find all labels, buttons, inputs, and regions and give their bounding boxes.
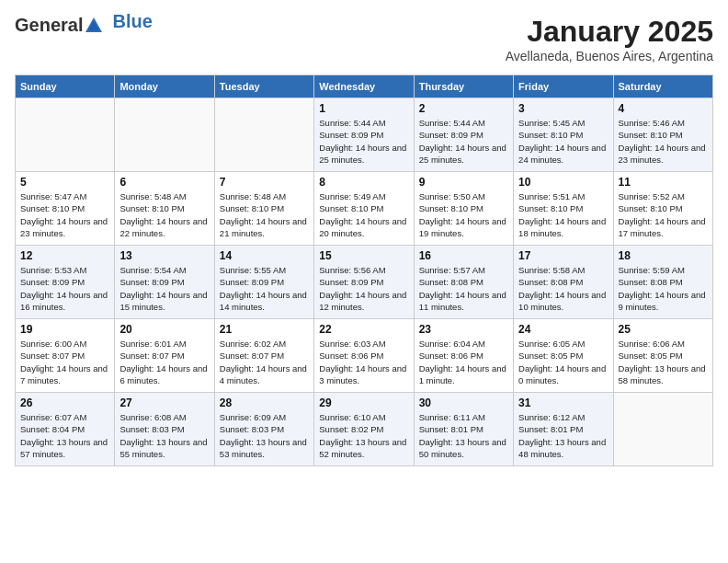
weekday-header-saturday: Saturday (613, 75, 712, 98)
month-title: January 2025 (506, 15, 713, 49)
day-number: 20 (119, 323, 209, 336)
day-info: Sunrise: 5:44 AMSunset: 8:09 PMDaylight:… (419, 117, 508, 166)
day-info: Sunrise: 6:09 AMSunset: 8:03 PMDaylight:… (220, 411, 309, 460)
calendar-cell: 11Sunrise: 5:52 AMSunset: 8:10 PMDayligh… (613, 172, 712, 246)
day-info: Sunrise: 5:53 AMSunset: 8:09 PMDaylight:… (20, 264, 109, 313)
title-area: January 2025 Avellaneda, Buenos Aires, A… (506, 15, 713, 63)
calendar-cell: 6Sunrise: 5:48 AMSunset: 8:10 PMDaylight… (115, 172, 214, 246)
day-info: Sunrise: 5:58 AMSunset: 8:08 PMDaylight:… (518, 264, 608, 313)
day-number: 31 (518, 396, 608, 409)
calendar-cell: 17Sunrise: 5:58 AMSunset: 8:08 PMDayligh… (514, 246, 613, 319)
day-info: Sunrise: 6:06 AMSunset: 8:05 PMDaylight:… (619, 338, 708, 386)
calendar-cell: 18Sunrise: 5:59 AMSunset: 8:08 PMDayligh… (613, 246, 712, 319)
week-row-1: 1Sunrise: 5:44 AMSunset: 8:09 PMDaylight… (16, 98, 713, 172)
day-number: 26 (20, 396, 109, 409)
day-info: Sunrise: 5:44 AMSunset: 8:09 PMDaylight:… (319, 117, 408, 166)
day-number: 16 (419, 249, 508, 262)
day-number: 17 (518, 249, 608, 262)
day-info: Sunrise: 5:48 AMSunset: 8:10 PMDaylight:… (220, 190, 309, 239)
calendar-cell: 10Sunrise: 5:51 AMSunset: 8:10 PMDayligh… (514, 172, 613, 246)
day-number: 21 (220, 323, 309, 336)
day-info: Sunrise: 5:54 AMSunset: 8:09 PMDaylight:… (119, 264, 209, 313)
day-info: Sunrise: 6:02 AMSunset: 8:07 PMDaylight:… (220, 338, 309, 386)
calendar-cell: 23Sunrise: 6:04 AMSunset: 8:06 PMDayligh… (414, 319, 513, 393)
day-info: Sunrise: 5:55 AMSunset: 8:09 PMDaylight:… (220, 264, 309, 313)
day-number: 23 (419, 323, 508, 336)
day-number: 13 (119, 249, 209, 262)
day-number: 2 (419, 102, 508, 115)
logo: General Blue (15, 15, 153, 36)
calendar-cell (214, 98, 313, 172)
weekday-header-row: SundayMondayTuesdayWednesdayThursdayFrid… (16, 75, 713, 98)
day-number: 15 (319, 249, 408, 262)
day-info: Sunrise: 5:50 AMSunset: 8:10 PMDaylight:… (419, 190, 508, 239)
day-number: 18 (619, 249, 708, 262)
calendar-cell: 7Sunrise: 5:48 AMSunset: 8:10 PMDaylight… (214, 172, 313, 246)
day-number: 11 (619, 176, 708, 189)
day-info: Sunrise: 5:52 AMSunset: 8:10 PMDaylight:… (619, 190, 708, 239)
calendar-cell: 12Sunrise: 5:53 AMSunset: 8:09 PMDayligh… (16, 246, 115, 319)
day-number: 28 (220, 396, 309, 409)
calendar-cell: 2Sunrise: 5:44 AMSunset: 8:09 PMDaylight… (414, 98, 513, 172)
calendar-cell: 3Sunrise: 5:45 AMSunset: 8:10 PMDaylight… (514, 98, 613, 172)
week-row-5: 26Sunrise: 6:07 AMSunset: 8:04 PMDayligh… (16, 393, 713, 466)
location-title: Avellaneda, Buenos Aires, Argentina (506, 49, 713, 63)
day-number: 1 (319, 102, 408, 115)
calendar-cell: 25Sunrise: 6:06 AMSunset: 8:05 PMDayligh… (613, 319, 712, 393)
calendar-cell: 9Sunrise: 5:50 AMSunset: 8:10 PMDaylight… (414, 172, 513, 246)
day-info: Sunrise: 5:56 AMSunset: 8:09 PMDaylight:… (319, 264, 408, 313)
calendar-cell: 13Sunrise: 5:54 AMSunset: 8:09 PMDayligh… (115, 246, 214, 319)
calendar-cell: 28Sunrise: 6:09 AMSunset: 8:03 PMDayligh… (214, 393, 313, 466)
day-number: 27 (119, 396, 209, 409)
day-info: Sunrise: 6:01 AMSunset: 8:07 PMDaylight:… (119, 338, 209, 386)
day-info: Sunrise: 6:08 AMSunset: 8:03 PMDaylight:… (119, 411, 209, 460)
day-number: 29 (319, 396, 408, 409)
calendar-cell: 19Sunrise: 6:00 AMSunset: 8:07 PMDayligh… (16, 319, 115, 393)
day-number: 30 (419, 396, 508, 409)
day-number: 22 (319, 323, 408, 336)
day-info: Sunrise: 5:49 AMSunset: 8:10 PMDaylight:… (319, 190, 408, 239)
day-number: 7 (220, 176, 309, 189)
day-number: 19 (20, 323, 109, 336)
day-number: 3 (518, 102, 608, 115)
calendar-cell (613, 393, 712, 466)
calendar-cell: 14Sunrise: 5:55 AMSunset: 8:09 PMDayligh… (214, 246, 313, 319)
calendar-cell: 20Sunrise: 6:01 AMSunset: 8:07 PMDayligh… (115, 319, 214, 393)
calendar-cell: 21Sunrise: 6:02 AMSunset: 8:07 PMDayligh… (214, 319, 313, 393)
calendar-cell (16, 98, 115, 172)
calendar-cell: 16Sunrise: 5:57 AMSunset: 8:08 PMDayligh… (414, 246, 513, 319)
day-info: Sunrise: 5:59 AMSunset: 8:08 PMDaylight:… (619, 264, 708, 313)
week-row-2: 5Sunrise: 5:47 AMSunset: 8:10 PMDaylight… (16, 172, 713, 246)
day-info: Sunrise: 6:10 AMSunset: 8:02 PMDaylight:… (319, 411, 408, 460)
day-number: 10 (518, 176, 608, 189)
weekday-header-wednesday: Wednesday (314, 75, 414, 98)
day-number: 12 (20, 249, 109, 262)
calendar-cell: 26Sunrise: 6:07 AMSunset: 8:04 PMDayligh… (16, 393, 115, 466)
day-number: 9 (419, 176, 508, 189)
day-info: Sunrise: 6:03 AMSunset: 8:06 PMDaylight:… (319, 338, 408, 386)
weekday-header-thursday: Thursday (414, 75, 513, 98)
page-header: General Blue January 2025 Avellaneda, Bu… (15, 15, 713, 63)
calendar-cell: 31Sunrise: 6:12 AMSunset: 8:01 PMDayligh… (514, 393, 613, 466)
day-number: 24 (518, 323, 608, 336)
day-info: Sunrise: 6:00 AMSunset: 8:07 PMDaylight:… (20, 338, 109, 386)
weekday-header-monday: Monday (115, 75, 214, 98)
day-number: 25 (619, 323, 708, 336)
logo-icon (84, 16, 104, 36)
day-info: Sunrise: 6:04 AMSunset: 8:06 PMDaylight:… (419, 338, 508, 386)
calendar-cell: 15Sunrise: 5:56 AMSunset: 8:09 PMDayligh… (314, 246, 414, 319)
day-info: Sunrise: 6:05 AMSunset: 8:05 PMDaylight:… (518, 338, 608, 386)
calendar-cell: 27Sunrise: 6:08 AMSunset: 8:03 PMDayligh… (115, 393, 214, 466)
day-info: Sunrise: 6:07 AMSunset: 8:04 PMDaylight:… (20, 411, 109, 460)
day-info: Sunrise: 6:12 AMSunset: 8:01 PMDaylight:… (518, 411, 608, 460)
calendar-cell: 22Sunrise: 6:03 AMSunset: 8:06 PMDayligh… (314, 319, 414, 393)
day-number: 8 (319, 176, 408, 189)
day-number: 4 (619, 102, 708, 115)
day-info: Sunrise: 5:51 AMSunset: 8:10 PMDaylight:… (518, 190, 608, 239)
weekday-header-tuesday: Tuesday (214, 75, 313, 98)
day-info: Sunrise: 5:57 AMSunset: 8:08 PMDaylight:… (419, 264, 508, 313)
calendar-cell: 4Sunrise: 5:46 AMSunset: 8:10 PMDaylight… (613, 98, 712, 172)
calendar-cell (115, 98, 214, 172)
calendar-cell: 24Sunrise: 6:05 AMSunset: 8:05 PMDayligh… (514, 319, 613, 393)
calendar-cell: 1Sunrise: 5:44 AMSunset: 8:09 PMDaylight… (314, 98, 414, 172)
